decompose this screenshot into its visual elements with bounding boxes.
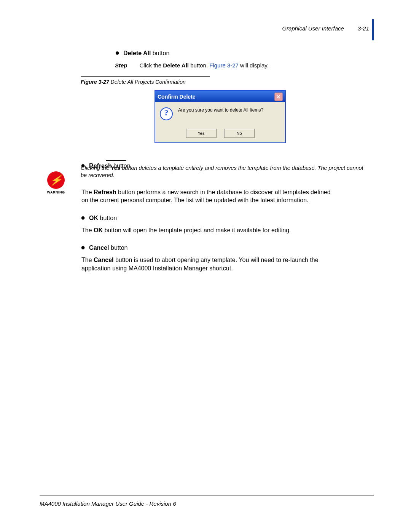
figure-title: Delete All Projects Confirmation	[109, 79, 186, 85]
dialog-message: Are you sure you want to delete All Item…	[178, 107, 263, 113]
ok-tail: button	[98, 215, 117, 221]
warning-column: ⚡ WARNING	[40, 161, 72, 282]
cancel-para-pre: The	[81, 257, 94, 263]
warn-pre: Clicking the	[81, 165, 111, 171]
figure-reference-link[interactable]: Figure 3-27	[209, 62, 239, 69]
refresh-description: The Refresh button performs a new search…	[81, 188, 336, 204]
figure-label: Figure 3-27	[81, 79, 109, 85]
refresh-para-pre: The	[81, 189, 94, 195]
bullet-cancel: ● Cancel button	[81, 243, 371, 251]
ok-description: The OK button will open the template pro…	[81, 226, 336, 235]
warn-post: button deletes a template entirely and r…	[81, 165, 363, 178]
warn-bold: Yes	[111, 165, 120, 171]
close-icon[interactable]	[274, 93, 283, 101]
step-bold: Delete All	[163, 62, 189, 69]
bullet-ok-text: OK button	[89, 215, 117, 222]
refresh-para-post: button performs a new search in the data…	[81, 189, 331, 204]
bullet-dot-icon: ●	[81, 243, 85, 251]
step-row: Step Click the Delete All button. Figure…	[115, 62, 371, 69]
yes-button[interactable]: Yes	[186, 129, 217, 138]
bullet-ok: ● OK button	[81, 214, 371, 222]
ok-para-pre: The	[81, 227, 94, 233]
bullet-delete-all-text: Delete All button	[123, 50, 169, 57]
yes-label: Yes	[198, 131, 205, 136]
footer-text: MA4000 Installation Manager User Guide -…	[40, 500, 176, 507]
dialog-title-text: Confirm Delete	[158, 94, 196, 100]
bullet-delete-all: ● Delete All button	[115, 49, 371, 57]
bullet-cancel-text: Cancel button	[89, 244, 127, 251]
confirm-delete-dialog: Confirm Delete Are you sure you want to …	[155, 90, 286, 143]
delete-all-bold: Delete All	[123, 50, 151, 56]
warning-label: WARNING	[40, 190, 72, 194]
no-label: No	[236, 131, 242, 136]
page-header: Graphical User Interface 3-21	[282, 25, 369, 32]
delete-all-tail: button	[151, 50, 169, 56]
no-button[interactable]: No	[224, 129, 255, 138]
step-label: Step	[115, 62, 127, 69]
cancel-para-post: button is used to abort opening any temp…	[81, 257, 319, 272]
step-mid: button.	[189, 62, 209, 69]
header-pagenum: 3-21	[358, 25, 369, 32]
step-prefix: Click the	[140, 62, 163, 69]
cancel-tail: button	[109, 244, 128, 251]
header-accent-bar	[372, 19, 374, 40]
bolt-icon: ⚡	[49, 174, 62, 186]
warning-text: Clicking the Yes button deletes a templa…	[81, 165, 371, 179]
figure-caption: Figure 3-27 Delete All Projects Confirma…	[81, 76, 371, 85]
header-section: Graphical User Interface	[282, 25, 344, 32]
ok-bold: OK	[89, 215, 98, 221]
step-text: Click the Delete All button. Figure 3-27…	[140, 62, 269, 69]
ok-para-bold: OK	[94, 227, 103, 233]
cancel-para-bold: Cancel	[94, 257, 113, 263]
step-suffix: will display.	[239, 62, 269, 69]
bullet-dot-icon: ●	[81, 214, 85, 221]
footer-rule	[40, 495, 374, 495]
question-icon	[160, 107, 173, 120]
ok-para-post: button will open the template project an…	[103, 227, 291, 233]
warning-connector-line	[106, 160, 126, 161]
dialog-titlebar: Confirm Delete	[155, 91, 285, 102]
refresh-para-bold: Refresh	[94, 189, 116, 195]
bullet-dot-icon: ●	[115, 49, 119, 56]
cancel-description: The Cancel button is used to abort openi…	[81, 256, 336, 272]
cancel-bold: Cancel	[89, 244, 109, 251]
warning-icon: ⚡	[47, 171, 65, 189]
